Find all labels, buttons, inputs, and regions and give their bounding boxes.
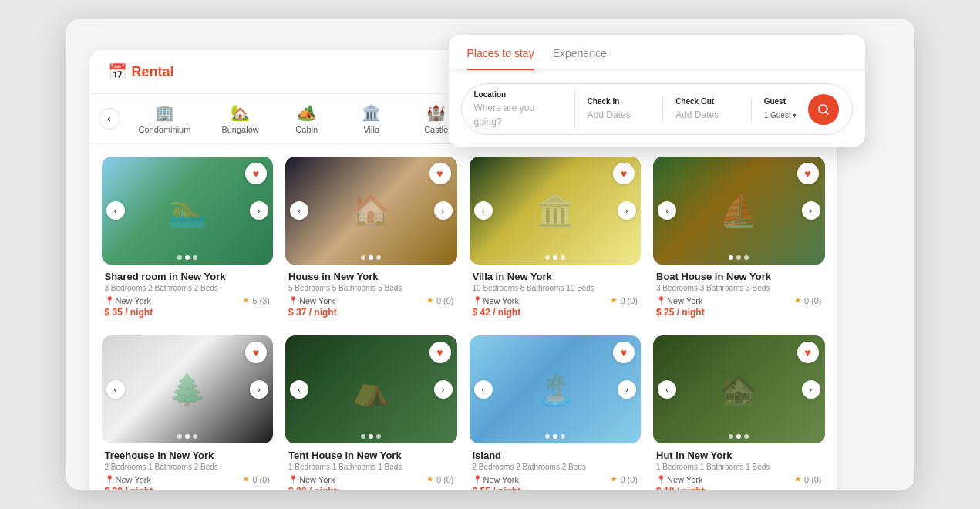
favorite-button[interactable]: ♥ [429,342,451,363]
image-next-arrow[interactable]: › [250,380,268,399]
image-dot [185,434,190,439]
listing-footer: 📍 New York ★ 5 (3) [105,295,271,305]
image-next-arrow[interactable]: › [618,201,636,220]
listing-price: $ 37 / night [288,307,454,318]
category-item-condominium[interactable]: 🏢 Condominium [133,100,197,137]
category-icon: 🏰 [426,103,446,122]
star-icon: ★ [794,474,802,484]
image-dot [545,255,550,260]
listing-card[interactable]: ♥ ‹ › Villa in New York 10 Bedrooms 8 Ba… [470,157,642,323]
category-item-villa[interactable]: 🏛️ Villa [349,100,395,137]
listing-card[interactable]: ♥ ‹ › Tent House in New York 1 Bedrooms … [285,335,457,490]
image-prev-arrow[interactable]: ‹ [106,380,125,399]
image-prev-arrow[interactable]: ‹ [658,201,676,220]
category-icon: 🏕️ [297,103,316,122]
tab-places-to-stay[interactable]: Places to stay [467,47,534,70]
image-next-arrow[interactable]: › [434,380,453,399]
check-out-field[interactable]: Check Out Add Dates [663,97,752,121]
listing-card[interactable]: ♥ ‹ › House in New York 5 Bedrooms 5 Bat… [285,157,457,323]
pin-icon: 📍 [288,296,298,305]
listing-title: Tent House in New York [288,450,454,461]
image-dot [185,255,190,260]
favorite-button[interactable]: ♥ [429,163,451,184]
listing-footer: 📍 New York ★ 0 (0) [473,295,638,305]
pin-icon: 📍 [105,475,114,484]
listing-image: ♥ ‹ › [470,335,642,443]
location-text: New York [299,475,335,484]
image-prev-arrow[interactable]: ‹ [290,201,308,220]
listing-image: ♥ ‹ › [285,157,457,265]
image-dot [193,434,197,439]
favorite-button[interactable]: ♥ [797,163,819,184]
image-dots [177,255,197,260]
image-dots [545,255,565,260]
listing-info: Villa in New York 10 Bedrooms 8 Bathroom… [470,265,642,321]
favorite-button[interactable]: ♥ [613,163,635,184]
rating-value: 0 (0) [804,296,822,305]
favorite-button[interactable]: ♥ [613,342,635,363]
search-button[interactable] [808,94,839,125]
check-in-field[interactable]: Check In Add Dates [575,97,664,121]
image-dot [369,255,373,260]
image-next-arrow[interactable]: › [802,201,820,220]
listings-grid: ♥ ‹ › Shared room in New York 3 Bedrooms… [89,144,837,490]
location-text: New York [667,296,702,305]
listing-price: $ 22 / night [288,486,454,490]
category-label: Castle [424,125,448,134]
image-dot [744,434,749,439]
listing-title: Shared room in New York [105,271,271,282]
listing-rating: ★ 0 (0) [242,474,270,484]
image-next-arrow[interactable]: › [250,201,268,220]
image-next-arrow[interactable]: › [618,380,636,399]
logo-text: Rental [132,64,174,80]
listing-image: ♥ ‹ › [653,157,825,265]
image-dots [177,434,197,439]
listing-card[interactable]: ♥ ‹ › Treehouse in New York 2 Bedrooms 1… [102,335,274,490]
category-item-cabin[interactable]: 🏕️ Cabin [284,100,330,137]
guest-field[interactable]: Guest 1 Guest ▾ [752,94,846,125]
image-next-arrow[interactable]: › [802,380,820,399]
image-prev-arrow[interactable]: ‹ [290,380,308,399]
image-dot [561,434,565,439]
listing-location: 📍 New York [473,296,519,305]
image-prev-arrow[interactable]: ‹ [106,201,125,220]
listing-card[interactable]: ♥ ‹ › Boat House in New York 3 Bedrooms … [653,157,825,323]
image-dots [361,434,381,439]
listing-location: 📍 New York [656,296,702,305]
listing-image: ♥ ‹ › [470,157,642,265]
listing-image: ♥ ‹ › [285,335,457,443]
category-prev-arrow[interactable]: ‹ [99,108,120,130]
tab-experience[interactable]: Experience [553,47,607,70]
image-dot [177,255,182,260]
listing-rating: ★ 0 (0) [610,474,638,484]
category-label: Villa [363,125,379,134]
pin-icon: 📍 [473,475,482,484]
listing-specs: 3 Bedrooms 2 Bathrooms 2 Beds [105,284,271,292]
pin-icon: 📍 [288,475,298,484]
favorite-button[interactable]: ♥ [245,342,267,363]
category-item-bungalow[interactable]: 🏡 Bungalow [215,100,264,137]
image-prev-arrow[interactable]: ‹ [474,380,493,399]
image-dot [193,255,197,260]
listing-card[interactable]: ♥ ‹ › Hut in New York 1 Bedrooms 1 Bathr… [653,335,825,490]
listing-specs: 2 Bedrooms 1 Bathrooms 2 Beds [105,463,271,471]
image-dot [729,255,733,260]
image-dot [561,255,565,260]
image-prev-arrow[interactable]: ‹ [474,201,493,220]
star-icon: ★ [242,474,250,484]
rating-value: 0 (0) [620,475,638,484]
rating-value: 0 (0) [436,475,454,484]
listing-specs: 3 Bedrooms 3 Bathrooms 3 Beds [656,284,822,292]
favorite-button[interactable]: ♥ [245,163,267,184]
image-prev-arrow[interactable]: ‹ [658,380,676,399]
listing-info: Island 2 Bedrooms 2 Bathrooms 2 Beds 📍 N… [470,443,642,490]
listing-card[interactable]: ♥ ‹ › Island 2 Bedrooms 2 Bathrooms 2 Be… [470,335,642,490]
image-dot [369,434,373,439]
location-label: Location [474,90,562,99]
listing-info: Boat House in New York 3 Bedrooms 3 Bath… [653,265,825,321]
listing-card[interactable]: ♥ ‹ › Shared room in New York 3 Bedrooms… [102,157,274,323]
favorite-button[interactable]: ♥ [797,342,819,363]
listing-rating: ★ 0 (0) [794,295,822,305]
location-field[interactable]: Location Where are you going? [474,90,575,128]
image-next-arrow[interactable]: › [434,201,453,220]
